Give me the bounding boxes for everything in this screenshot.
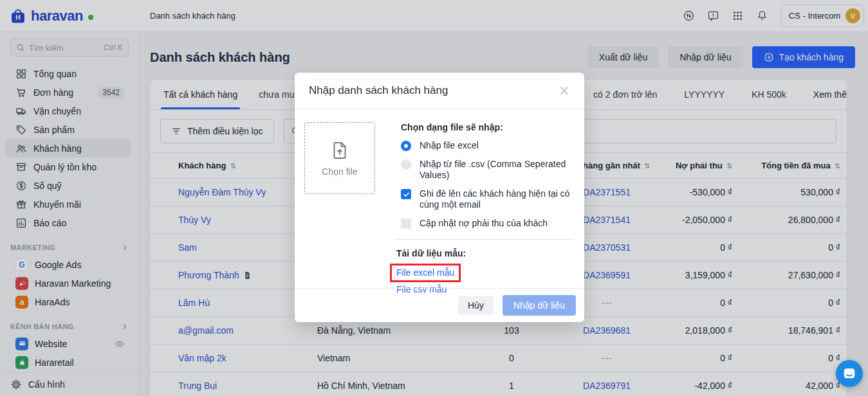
checkbox-checked-icon[interactable]: [401, 189, 411, 199]
radio-unselected-icon[interactable]: [401, 159, 411, 170]
checkbox-update-debt[interactable]: Cập nhật nợ phải thu của khách: [401, 218, 574, 229]
import-submit-button[interactable]: Nhập dữ liệu: [503, 295, 576, 316]
checkbox-overwrite-email[interactable]: Ghi đè lên các khách hàng hiện tại có cù…: [401, 188, 574, 210]
chat-bubble-icon: [842, 366, 856, 381]
choose-file-dropzone[interactable]: Chọn file: [304, 122, 375, 194]
radio-selected-icon[interactable]: [401, 141, 411, 151]
import-customers-modal: Nhập danh sách khách hàng Chọn file Chọn…: [295, 73, 584, 322]
radio-import-csv[interactable]: Nhập từ file .csv (Comma Seperated Value…: [401, 159, 574, 181]
cancel-button[interactable]: Hủy: [458, 296, 494, 315]
sample-excel-link[interactable]: File excel mẫu: [396, 267, 454, 278]
intercom-chat-button[interactable]: [836, 360, 863, 387]
close-icon[interactable]: [559, 85, 570, 96]
red-highlight-box: File excel mẫu: [390, 264, 461, 282]
radio-import-excel[interactable]: Nhập file excel: [401, 140, 574, 151]
choose-file-label: Chọn file: [322, 166, 357, 177]
sample-data-label: Tải dữ liệu mẫu:: [396, 248, 574, 258]
divider: [396, 239, 574, 240]
file-upload-icon: [329, 140, 351, 161]
file-type-label: Chọn dạng file sẽ nhập:: [401, 122, 574, 132]
modal-title: Nhập danh sách khách hàng: [309, 84, 448, 97]
checkbox-unchecked-icon[interactable]: [401, 219, 411, 229]
